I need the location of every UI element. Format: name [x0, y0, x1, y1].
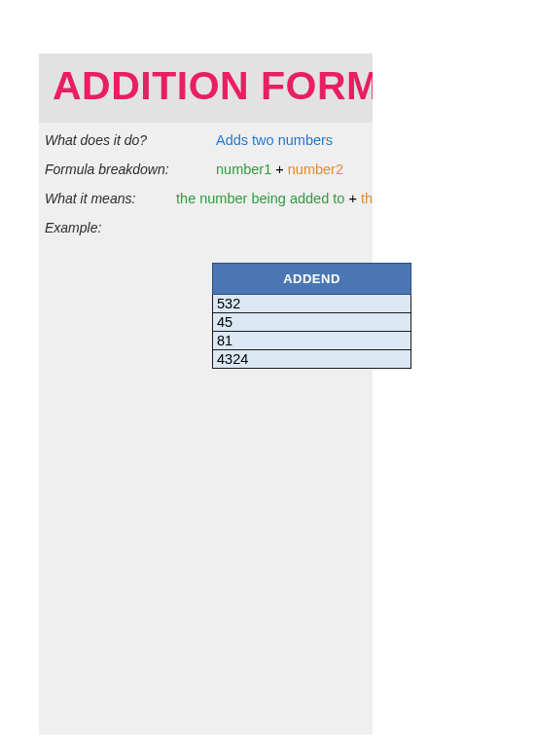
- means-op: +: [344, 191, 361, 206]
- label-means: What it means:: [43, 191, 176, 206]
- means-part1: the number being added to: [176, 191, 344, 206]
- breakdown-part1: number1: [216, 162, 271, 177]
- value-means: the number being added to + th: [176, 191, 373, 206]
- row-example: Example:: [43, 220, 373, 235]
- breakdown-op: +: [271, 162, 288, 177]
- cell: 532: [213, 295, 411, 313]
- table-row: 532: [213, 295, 411, 313]
- value-what-does: Adds two numbers: [216, 132, 333, 148]
- label-what-does: What does it do?: [43, 132, 216, 148]
- label-example: Example:: [43, 220, 216, 235]
- addend-table: ADDEND 532 45 81 4324: [212, 263, 411, 369]
- table-row: 4324: [213, 350, 411, 369]
- breakdown-part2: number2: [288, 162, 343, 177]
- table-header: ADDEND: [213, 264, 411, 295]
- row-what-does: What does it do? Adds two numbers: [43, 132, 373, 148]
- cell: 4324: [213, 350, 411, 369]
- table-wrap: ADDEND 532 45 81 4324: [212, 263, 411, 369]
- means-part2: th: [361, 191, 373, 206]
- title-band: ADDITION FORMULA: [39, 54, 373, 123]
- label-breakdown: Formula breakdown:: [43, 162, 216, 177]
- table-row: 81: [213, 332, 411, 350]
- row-means: What it means: the number being added to…: [43, 191, 373, 206]
- page-title: ADDITION FORMULA: [53, 63, 373, 108]
- table-row: 45: [213, 313, 411, 332]
- row-breakdown: Formula breakdown: number1 + number2: [43, 162, 373, 177]
- cell: 45: [213, 313, 411, 332]
- value-breakdown: number1 + number2: [216, 162, 343, 177]
- document-page: ADDITION FORMULA What does it do? Adds t…: [39, 54, 373, 735]
- cell: 81: [213, 332, 411, 350]
- info-section: What does it do? Adds two numbers Formul…: [39, 123, 373, 235]
